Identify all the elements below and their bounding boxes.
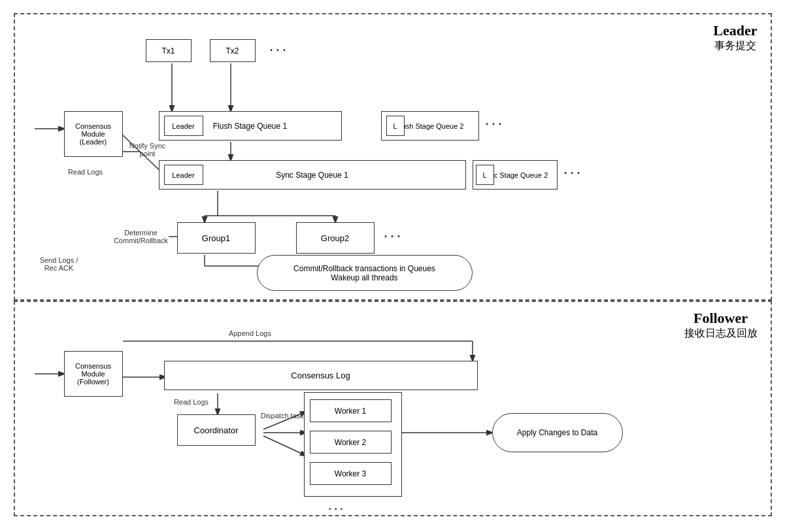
follower-section: Follower 接收日志及回放	[14, 301, 772, 516]
tx2-box: Tx2	[210, 39, 256, 62]
workers-container: Worker 1 Worker 2 Worker 3	[304, 392, 402, 497]
apply-changes-box: Apply Changes to Data	[492, 413, 623, 452]
coordinator-box: Coordinator	[177, 414, 256, 446]
read-logs-leader: Read Logs	[66, 168, 105, 176]
group1-box: Group1	[177, 222, 256, 254]
l-btn2: L	[476, 165, 494, 185]
leader-btn1: Leader	[164, 116, 203, 136]
follower-label: Follower 接收日志及回放	[684, 310, 758, 341]
worker2-box: Worker 2	[310, 431, 392, 454]
consensus-log-box: Consensus Log	[164, 361, 478, 390]
sync-q1-box: Sync Stage Queue 1	[159, 160, 466, 190]
group2-box: Group2	[296, 222, 375, 254]
diagram-container: Leader 事务提交	[14, 13, 772, 516]
worker1-box: Worker 1	[310, 399, 392, 422]
dispatch-tasks-label: Dispatch tasks	[258, 412, 310, 420]
leader-title: Leader	[713, 22, 757, 39]
worker3-box: Worker 3	[310, 462, 392, 485]
consensus-follower-box: Consensus Module (Follower)	[64, 351, 123, 397]
follower-subtitle: 接收日志及回放	[684, 327, 758, 341]
svg-line-23	[263, 436, 306, 456]
leader-btn2: Leader	[164, 165, 203, 185]
tx1-box: Tx1	[146, 39, 192, 62]
read-logs-follower: Read Logs	[169, 398, 214, 406]
send-logs-label: Send Logs / Rec ACK	[35, 256, 84, 272]
dots-tx: · · ·	[270, 44, 286, 58]
consensus-leader-box: Consensus Module (Leader)	[64, 111, 123, 157]
append-logs-label: Append Logs	[211, 329, 290, 337]
dots-flush: · · ·	[486, 118, 502, 131]
follower-title: Follower	[684, 310, 758, 327]
dots-workers: · · ·	[329, 503, 343, 515]
dots-groups: · · ·	[384, 230, 401, 244]
notify-sync-label: Notify Sync point	[125, 142, 171, 158]
dots-sync: · · ·	[564, 167, 580, 180]
l-btn1: L	[386, 116, 405, 136]
leader-section: Leader 事务提交	[14, 13, 772, 301]
leader-label: Leader 事务提交	[713, 22, 757, 53]
commit-rollback-box: Commit/Rollback transactions in Queues W…	[257, 255, 473, 291]
determine-label: Determine Commit/Rollback	[112, 229, 171, 244]
leader-subtitle: 事务提交	[713, 39, 757, 53]
